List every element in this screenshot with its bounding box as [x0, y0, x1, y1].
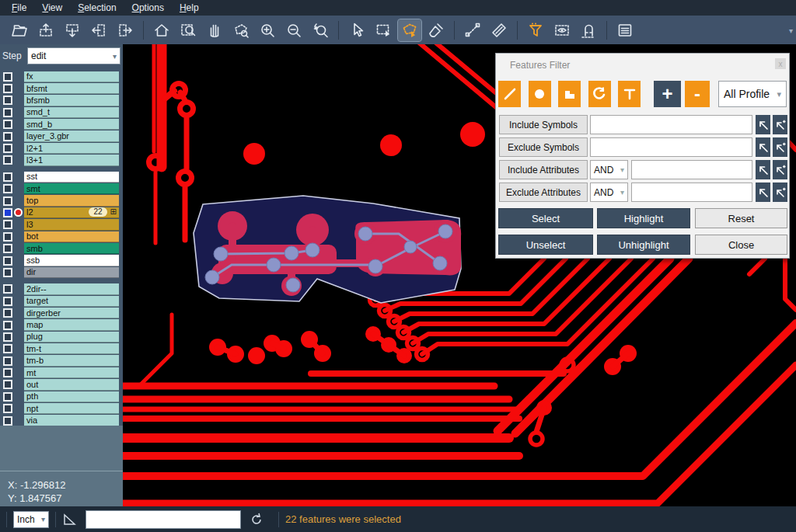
layer-checkbox[interactable] [3, 144, 12, 153]
pick-from-canvas-button[interactable] [756, 160, 770, 179]
layer-checkbox[interactable] [3, 368, 12, 377]
exclude-attributes-button[interactable]: Exclude Attributes [499, 183, 588, 202]
zoom-out-icon[interactable] [282, 19, 305, 41]
menu-options[interactable]: Options [125, 1, 171, 15]
layer-row-tm-t[interactable]: tm-t [0, 343, 123, 355]
layer-row-smd_b[interactable]: smd_b [0, 119, 123, 130]
pick-from-canvas-button[interactable] [756, 183, 770, 202]
home-view-icon[interactable] [150, 19, 173, 41]
highlight-button[interactable]: Highlight [597, 208, 690, 228]
layer-row-layer_3.gbr[interactable]: layer_3.gbr [0, 130, 123, 142]
layer-checkbox[interactable] [3, 220, 12, 229]
layer-checkbox[interactable] [3, 297, 12, 306]
layer-row-sst[interactable]: sst [0, 171, 123, 183]
layer-row-l3[interactable]: l3 [0, 219, 123, 231]
remove-filter-button[interactable]: - [685, 81, 710, 107]
include-attributes-button[interactable]: Include Attributes [499, 160, 588, 179]
pan-left-icon[interactable] [87, 19, 110, 41]
layer-row-fx[interactable]: fx [0, 71, 123, 82]
feature-type-arc-button[interactable] [588, 81, 611, 107]
snap-mode-icon[interactable] [577, 19, 600, 41]
layer-checkbox[interactable] [3, 184, 12, 193]
layer-checkbox[interactable] [3, 308, 12, 318]
layer-row-tm-b[interactable]: tm-b [0, 355, 123, 367]
layer-row-bfsmb[interactable]: bfsmb [0, 95, 123, 106]
exclude-attributes-input[interactable] [631, 183, 752, 202]
layer-row-l2[interactable]: l222⊞ [0, 207, 123, 218]
pick-add-from-canvas-button[interactable] [773, 115, 787, 134]
layer-checkbox[interactable] [3, 208, 12, 217]
zoom-previous-icon[interactable] [309, 19, 332, 41]
command-input[interactable] [86, 510, 241, 529]
pick-from-canvas-button[interactable] [756, 115, 770, 134]
polygon-select-icon[interactable] [398, 19, 421, 41]
layer-row-ssb[interactable]: ssb [0, 255, 123, 266]
layer-checkbox[interactable] [3, 172, 12, 182]
layer-checkbox[interactable] [3, 392, 12, 402]
layer-checkbox[interactable] [3, 268, 12, 277]
zoom-window-icon[interactable] [176, 19, 200, 41]
layer-row-plug[interactable]: plug [0, 331, 123, 342]
pick-add-from-canvas-button[interactable] [773, 183, 787, 202]
layer-checkbox[interactable] [3, 120, 12, 129]
pick-add-from-canvas-button[interactable] [773, 160, 787, 179]
layer-checkbox[interactable] [3, 284, 12, 294]
layer-checkbox[interactable] [3, 196, 12, 206]
layer-checkbox[interactable] [3, 256, 12, 266]
layer-row-smt[interactable]: smt [0, 183, 123, 195]
toolbar-overflow-chevron[interactable]: ▾ [789, 26, 793, 35]
features-filter-icon[interactable] [524, 19, 547, 41]
angle-measure-icon[interactable] [62, 513, 78, 527]
select-button[interactable]: Select [498, 208, 593, 228]
unit-select[interactable]: Inch ▾ [13, 511, 49, 528]
include-attributes-input[interactable] [631, 160, 752, 179]
feature-type-pad-button[interactable] [529, 81, 551, 107]
step-select[interactable]: edit ▾ [27, 47, 120, 64]
layer-checkbox[interactable] [3, 84, 12, 93]
pan-up-icon[interactable] [34, 19, 58, 41]
layer-row-dir[interactable]: dir [0, 266, 123, 278]
layer-row-bfsmt[interactable]: bfsmt [0, 82, 123, 94]
view-options-icon[interactable] [550, 19, 574, 41]
layer-checkbox[interactable] [3, 380, 12, 389]
layers-panel-icon[interactable] [613, 19, 637, 41]
menu-view[interactable]: View [35, 1, 69, 15]
exclude-symbols-input[interactable] [590, 137, 752, 157]
layer-checkbox[interactable] [3, 96, 12, 105]
layer-checkbox[interactable] [3, 356, 12, 366]
layer-row-dirgerber[interactable]: dirgerber [0, 307, 123, 318]
brush-select-icon[interactable] [424, 19, 448, 41]
zoom-polygon-icon[interactable] [229, 19, 253, 41]
layer-checkbox[interactable] [3, 232, 12, 242]
close-button[interactable]: Close [695, 235, 787, 255]
layer-row-npt[interactable]: npt [0, 403, 123, 415]
menu-selection[interactable]: Selection [71, 1, 123, 15]
layer-row-smd_t[interactable]: smd_t [0, 106, 123, 118]
layer-row-smb[interactable]: smb [0, 242, 123, 254]
layer-row-l3+1[interactable]: l3+1 [0, 155, 123, 166]
close-icon[interactable]: x [775, 58, 786, 69]
pan-right-icon[interactable] [113, 19, 137, 41]
exclude-attributes-operator-select[interactable]: AND▾ [590, 183, 628, 202]
refresh-icon[interactable] [249, 512, 264, 527]
layer-checkbox[interactable] [3, 416, 12, 426]
layer-row-out[interactable]: out [0, 379, 123, 391]
pick-add-from-canvas-button[interactable] [773, 137, 787, 157]
layer-checkbox[interactable] [3, 404, 12, 413]
menu-file[interactable]: File [5, 1, 33, 15]
layer-checkbox[interactable] [3, 72, 12, 82]
feature-type-line-button[interactable] [498, 81, 521, 107]
layer-row-l2+1[interactable]: l2+1 [0, 142, 123, 154]
menu-help[interactable]: Help [173, 1, 206, 15]
grid-icon[interactable]: ⊞ [110, 208, 117, 216]
pan-hand-icon[interactable] [203, 19, 226, 41]
layer-checkbox[interactable] [3, 332, 12, 342]
layer-row-map[interactable]: map [0, 319, 123, 331]
include-symbols-input[interactable] [590, 115, 752, 134]
feature-type-text-button[interactable] [618, 81, 641, 107]
layer-row-top[interactable]: top [0, 195, 123, 207]
layer-checkbox[interactable] [3, 155, 12, 165]
exclude-symbols-button[interactable]: Exclude Symbols [499, 137, 588, 157]
reset-button[interactable]: Reset [695, 208, 787, 228]
include-symbols-button[interactable]: Include Symbols [499, 115, 588, 134]
